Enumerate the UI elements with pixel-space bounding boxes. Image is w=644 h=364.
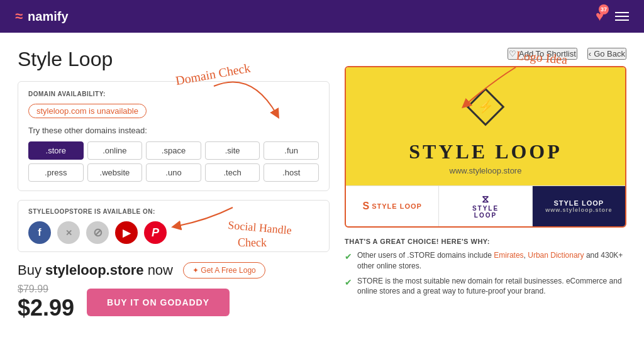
heart-badge: 37 xyxy=(599,4,609,14)
price-row: $79.99 $2.99 BUY IT ON GODADDY xyxy=(18,284,330,321)
youtube-icon[interactable]: ▶ xyxy=(115,221,138,244)
chevron-left-icon: ‹ xyxy=(589,49,591,58)
domain-option-online[interactable]: .online xyxy=(87,141,143,160)
domain-availability-label: DOMAIN AVAILABILITY: xyxy=(28,91,319,97)
buy-godaddy-button[interactable]: BUY IT ON GODADDY xyxy=(87,289,230,316)
domain-option-store[interactable]: .store xyxy=(28,141,84,160)
instagram-icon[interactable]: ⊘ xyxy=(86,221,109,244)
buy-section: Buy styleloop.store now ✦ Get A Free Log… xyxy=(18,262,330,279)
logo-preview-box: ⚡ STYLE LOOP www.styleloop.store S STYLE… xyxy=(345,66,626,228)
hamburger-line1 xyxy=(615,12,629,13)
why-section: THAT'S A GREAT CHOICE! HERE'S WHY: ✔ Oth… xyxy=(345,235,626,304)
buy-domain-name: styleloop.store xyxy=(45,262,143,278)
buy-text: Buy styleloop.store now xyxy=(18,262,173,279)
logo-variant-3[interactable]: STYLE LOOP www.styleloop.store xyxy=(533,186,625,226)
social-box-label: STYLELOOPSTORE IS AVAILABLE ON: xyxy=(28,208,319,215)
left-panel: Style Loop DOMAIN AVAILABILITY: styleloo… xyxy=(18,48,345,351)
hamburger-line3 xyxy=(615,19,629,21)
why-item-2: ✔ STORE is the most suitable new domain … xyxy=(345,276,626,297)
why-text-1: Other users of .STORE domains include Em… xyxy=(357,250,626,272)
why-item-1: ✔ Other users of .STORE domains include … xyxy=(345,250,626,272)
domain-option-host[interactable]: .host xyxy=(264,163,319,182)
domain-option-space[interactable]: .space xyxy=(146,141,201,160)
logo-diamond-container: ⚡ xyxy=(464,85,508,131)
domain-option-tech[interactable]: .tech xyxy=(205,163,260,182)
domain-option-website[interactable]: .website xyxy=(87,163,143,182)
logo-variant-1-text: S STYLE LOOP xyxy=(362,201,421,212)
go-back-button[interactable]: ‹ Go Back xyxy=(587,48,626,60)
hamburger-line2 xyxy=(615,16,629,17)
right-panel: ♡ Add To Shortlist ‹ Go Back ⚡ STYLE LOO… xyxy=(345,48,626,351)
social-icons-row: f ✕ ⊘ ▶ P xyxy=(28,221,319,244)
price-column: $79.99 $2.99 xyxy=(18,284,74,321)
logo-url: www.styleloop.store xyxy=(450,166,522,175)
logo-variant-1[interactable]: S STYLE LOOP xyxy=(346,186,439,226)
logo-variants-row: S STYLE LOOP ⧖ STYLELOOP STYLE LOOP www.… xyxy=(346,185,625,226)
why-title: THAT'S A GREAT CHOICE! HERE'S WHY: xyxy=(345,238,626,245)
logo-variant-2[interactable]: ⧖ STYLELOOP xyxy=(439,186,532,226)
emirates-link[interactable]: Emirates xyxy=(494,251,523,260)
domain-availability-box: DOMAIN AVAILABILITY: styleloop.com is un… xyxy=(18,81,330,191)
logo-variant-3-text: STYLE LOOP www.styleloop.store xyxy=(545,199,612,213)
heart-button[interactable]: ♥ 37 xyxy=(596,8,604,25)
logo-main-preview: ⚡ STYLE LOOP www.styleloop.store xyxy=(346,67,625,185)
check-icon-2: ✔ xyxy=(345,277,352,289)
page-title: Style Loop xyxy=(18,48,330,71)
twitter-icon[interactable]: ✕ xyxy=(57,221,80,244)
why-text-2: STORE is the most suitable new domain fo… xyxy=(357,276,626,297)
logo-brand-name: STYLE LOOP xyxy=(409,140,562,163)
header: ≈ namify ♥ 37 xyxy=(0,0,644,33)
urban-dictionary-link[interactable]: Urban Dictionary xyxy=(528,251,584,260)
logo: ≈ namify xyxy=(15,8,69,25)
pinterest-icon[interactable]: P xyxy=(144,221,167,244)
facebook-icon[interactable]: f xyxy=(28,221,51,244)
main-content: Style Loop DOMAIN AVAILABILITY: styleloo… xyxy=(0,33,644,364)
logo-diamond-svg: ⚡ xyxy=(464,85,508,129)
header-right: ♥ 37 xyxy=(596,8,629,25)
new-price: $2.99 xyxy=(18,295,74,321)
social-availability-box: STYLELOOPSTORE IS AVAILABLE ON: f ✕ ⊘ ▶ … xyxy=(18,200,330,252)
svg-text:⚡: ⚡ xyxy=(478,99,494,114)
unavailable-badge: styleloop.com is unavailable xyxy=(28,104,147,118)
add-to-shortlist-button[interactable]: ♡ Add To Shortlist xyxy=(508,48,577,60)
try-other-text: Try these other domains instead: xyxy=(28,126,319,135)
logo-text: namify xyxy=(28,9,68,24)
free-logo-button[interactable]: ✦ Get A Free Logo xyxy=(183,262,265,279)
logo-variant-2-text: ⧖ STYLELOOP xyxy=(472,194,499,219)
domain-option-uno[interactable]: .uno xyxy=(146,163,201,182)
hamburger-menu[interactable] xyxy=(615,12,629,21)
heart-icon-small: ♡ xyxy=(509,49,516,58)
old-price: $79.99 xyxy=(18,284,74,295)
domain-option-fun[interactable]: .fun xyxy=(264,141,319,160)
domain-options-grid: .store .online .space .site .fun .press … xyxy=(28,141,319,182)
domain-option-site[interactable]: .site xyxy=(205,141,260,160)
right-header: ♡ Add To Shortlist ‹ Go Back xyxy=(345,48,626,60)
check-icon-1: ✔ xyxy=(345,251,352,263)
logo-icon: ≈ xyxy=(15,8,23,25)
domain-option-press[interactable]: .press xyxy=(28,163,84,182)
